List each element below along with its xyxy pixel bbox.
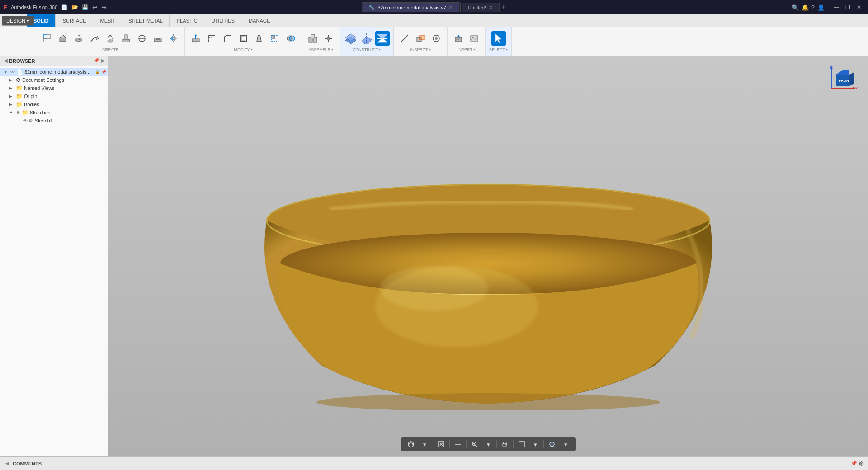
tool-group-create: CREATE: [36, 27, 185, 56]
combine-button[interactable]: [283, 31, 298, 46]
svg-marker-80: [457, 446, 459, 447]
mirror-button[interactable]: [166, 31, 181, 46]
tab-utilities[interactable]: UTILITIES: [205, 14, 241, 27]
browser-item-sketch1[interactable]: ▶ 👁 ✏ Sketch1: [0, 117, 108, 125]
select-dropdown-arrow: ▾: [506, 47, 508, 52]
tab-document-2[interactable]: Untitled* ✕: [462, 3, 500, 12]
tab-plastic[interactable]: PLASTIC: [170, 14, 204, 27]
tool-group-construct: CONSTRUCT ▾: [340, 27, 394, 56]
viewport[interactable]: Z X FRONT ▾: [108, 56, 868, 456]
extrude-button[interactable]: [56, 31, 70, 46]
measure-button[interactable]: [397, 31, 412, 46]
svg-rect-0: [43, 35, 47, 38]
interference-button[interactable]: [413, 31, 428, 46]
zoom-button[interactable]: [468, 439, 481, 450]
joint-button[interactable]: [321, 31, 336, 46]
shell-button[interactable]: [236, 31, 250, 46]
comments-pin-icon[interactable]: 📌: [851, 461, 857, 466]
tree-icon-doc-settings: ⚙: [16, 77, 21, 83]
create-tools: [40, 31, 181, 46]
visual-style-button[interactable]: [546, 439, 558, 450]
browser-expand-right[interactable]: ▶: [101, 58, 104, 64]
view-cube[interactable]: Z X FRONT: [825, 63, 861, 99]
tab-mesh[interactable]: MESH: [94, 14, 122, 27]
tab-close-2[interactable]: ✕: [489, 5, 493, 10]
tab-close-1[interactable]: ✕: [449, 5, 453, 10]
zoom-dropdown[interactable]: ▾: [482, 439, 495, 450]
browser-item-sketches[interactable]: ▼ 👁 📁 Sketches: [0, 108, 108, 117]
open-icon[interactable]: 📂: [71, 4, 78, 10]
insert-image-button[interactable]: [467, 31, 481, 46]
chamfer-button[interactable]: [220, 31, 235, 46]
press-pull-button[interactable]: [189, 31, 203, 46]
design-mode-button[interactable]: DESIGN ▾: [2, 16, 34, 25]
fillet-button[interactable]: [204, 31, 219, 46]
help-icon[interactable]: ?: [811, 4, 815, 11]
revolve-button[interactable]: [71, 31, 86, 46]
offset-plane-button[interactable]: [344, 31, 358, 46]
new-component-button[interactable]: [40, 31, 54, 46]
search-icon[interactable]: 🔍: [792, 4, 799, 11]
browser-item-bodies[interactable]: ▶ 📁 Bodies: [0, 100, 108, 108]
new-component-asm-button[interactable]: [306, 31, 320, 46]
tab-document-1[interactable]: 🔧 32mm dome modal analysis v7 ✕: [362, 2, 459, 12]
svg-marker-26: [257, 35, 261, 42]
tab-manage[interactable]: MANAGE: [242, 14, 277, 27]
plane-at-angle-button[interactable]: [359, 31, 374, 46]
tree-label-sketches: Sketches: [30, 110, 106, 115]
toolbar-tab-row: DESIGN ▾ SOLID SURFACE MESH SHEET METAL …: [0, 14, 868, 27]
display-dropdown[interactable]: ▾: [529, 439, 542, 450]
modify-label: MODIFY ▾: [234, 47, 253, 52]
comments-collapse-left[interactable]: ◀: [5, 461, 9, 466]
redo-icon[interactable]: ↪: [101, 4, 107, 11]
svg-rect-7: [95, 36, 99, 39]
tab-separator: [460, 3, 461, 12]
minimize-button[interactable]: —: [831, 3, 842, 12]
web-button[interactable]: [135, 31, 149, 46]
tree-arrow-bodies: ▶: [9, 102, 14, 107]
sweep-button[interactable]: [87, 31, 102, 46]
loft-button[interactable]: [103, 31, 118, 46]
notification-icon[interactable]: 🔔: [802, 4, 809, 11]
pan-button[interactable]: [452, 439, 464, 450]
save-icon[interactable]: 💾: [82, 4, 89, 10]
display-button[interactable]: [429, 31, 443, 46]
browser-collapse-left[interactable]: ◀: [4, 58, 7, 64]
browser-item-doc-settings[interactable]: ▶ ⚙ Document Settings: [0, 76, 108, 84]
browser-pin-icon[interactable]: 📌: [94, 58, 99, 64]
insert-mcmaster-button[interactable]: MC: [451, 31, 466, 46]
tree-icon-root: 📄: [16, 69, 23, 75]
orbit-button[interactable]: [405, 439, 417, 450]
browser-item-origin[interactable]: ▶ 📁 Origin: [0, 92, 108, 100]
undo-icon[interactable]: ↩: [92, 4, 98, 11]
orbit-dropdown[interactable]: ▾: [418, 439, 431, 450]
settings-button[interactable]: ⚙: [859, 460, 864, 467]
select-button[interactable]: [491, 31, 506, 46]
assemble-tools: [306, 31, 336, 46]
new-tab-button[interactable]: +: [501, 3, 505, 11]
tree-eye-sketches[interactable]: 👁: [16, 110, 20, 115]
draft-button[interactable]: [252, 31, 266, 46]
browser-item-named-views[interactable]: ▶ 📁 Named Views: [0, 84, 108, 92]
user-icon[interactable]: 👤: [817, 4, 825, 11]
visual-style-dropdown[interactable]: ▾: [559, 439, 572, 450]
tool-group-insert: MC INSERT ▾: [448, 27, 486, 56]
viewcube-toggle-button[interactable]: [499, 439, 511, 450]
fit-screen-button[interactable]: [435, 439, 448, 450]
tab-surface[interactable]: SURFACE: [57, 14, 93, 27]
rib-button[interactable]: [119, 31, 133, 46]
browser-item-root[interactable]: ▼ 👁 📄 32mm dome modal analysis ... 🔒 📌: [0, 68, 108, 76]
svg-marker-79: [457, 441, 459, 442]
scale-button[interactable]: [268, 31, 282, 46]
display-settings-button[interactable]: [515, 439, 528, 450]
maximize-button[interactable]: ❐: [842, 3, 853, 12]
close-button[interactable]: ✕: [854, 3, 864, 12]
hole-button[interactable]: [151, 31, 165, 46]
midplane-button[interactable]: [375, 31, 390, 46]
tree-eye-sketch1[interactable]: 👁: [23, 118, 28, 123]
tab-sheet-metal[interactable]: SHEET METAL: [122, 14, 169, 27]
svg-rect-27: [272, 35, 275, 38]
tree-icon-named-views: 📁: [16, 85, 23, 91]
new-icon[interactable]: 📄: [61, 4, 68, 10]
tree-eye-root[interactable]: 👁: [10, 70, 15, 75]
